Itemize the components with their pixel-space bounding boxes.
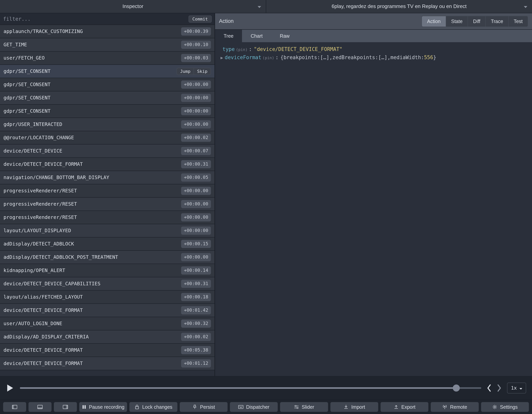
playback-bar: 1x — [0, 376, 532, 400]
prev-button[interactable] — [487, 384, 491, 392]
svg-rect-9 — [238, 405, 243, 409]
action-row[interactable]: gdpr/SET_CONSENT+00:00:00 — [0, 105, 214, 118]
action-list[interactable]: applaunch/TRACK_CUSTOMIZING+00:00.39GET_… — [0, 25, 214, 376]
action-time: +00:05.38 — [181, 346, 211, 354]
action-row[interactable]: gdpr/SET_CONSENT+00:00.00 — [0, 78, 214, 91]
action-row[interactable]: device/DETECT_DEVICE_FORMAT+00:01.12 — [0, 357, 214, 370]
expand-arrow-icon[interactable]: ▶ — [220, 55, 223, 61]
action-row[interactable]: adDisplay/DETECT_ADBLOCK+00:00.15 — [0, 237, 214, 251]
subtab-raw[interactable]: Raw — [271, 30, 298, 42]
jump-button[interactable]: Jump — [177, 68, 194, 75]
dispatcher-button[interactable]: Dispatcher — [230, 402, 278, 412]
import-button[interactable]: Import — [330, 402, 378, 412]
tree-key: deviceFormat — [225, 54, 261, 61]
view-tab-trace[interactable]: Trace — [486, 16, 509, 27]
action-row[interactable]: navigation/CHANGE_BOTTOM_BAR_DISPLAY+00:… — [0, 171, 214, 184]
import-label: Import — [351, 404, 365, 410]
action-row[interactable]: progressiveRenderer/RESET+00:00.00 — [0, 211, 214, 224]
tab-app-instance[interactable]: 6play, regardez des programmes TV en Rep… — [266, 0, 532, 13]
action-row[interactable]: @@router/LOCATION_CHANGE+00:00.02 — [0, 131, 214, 145]
panel-layout-bottom-button[interactable] — [28, 402, 52, 412]
next-button[interactable] — [497, 384, 502, 392]
sliders-icon — [294, 404, 299, 410]
settings-label: Settings — [500, 404, 518, 410]
persist-button[interactable]: Persist — [180, 402, 228, 412]
action-name: gdpr/SET_CONSENT — [3, 108, 179, 114]
action-row[interactable]: device/DETECT_DEVICE_FORMAT+00:05.38 — [0, 344, 214, 357]
action-row[interactable]: layout/alias/FETCHED_LAYOUT+00:00.18 — [0, 291, 214, 304]
dispatcher-label: Dispatcher — [246, 404, 269, 410]
view-tab-test[interactable]: Test — [509, 16, 528, 27]
action-row[interactable]: device/DETECT_DEVICE_CAPABILITIES+00:00.… — [0, 277, 214, 291]
action-row[interactable]: device/DETECT_DEVICE_FORMAT+00:00.31 — [0, 158, 214, 171]
commit-button[interactable]: Commit — [189, 15, 212, 23]
filter-input[interactable] — [3, 16, 186, 22]
play-button[interactable] — [6, 384, 14, 392]
pin-label[interactable]: (pin) — [236, 47, 248, 52]
pause-recording-button[interactable]: Pause recording — [79, 402, 127, 412]
svg-point-13 — [242, 406, 242, 407]
remote-label: Remote — [450, 404, 467, 410]
tree-row[interactable]: type(pin):"device/DETECT_DEVICE_FORMAT" — [220, 46, 527, 53]
timeline-slider[interactable] — [20, 387, 481, 389]
pin-label[interactable]: (pin) — [263, 55, 274, 60]
chevron-down-icon[interactable] — [258, 3, 261, 10]
export-button[interactable]: Export — [380, 402, 428, 412]
action-time: +00:00.03 — [181, 54, 211, 62]
remote-button[interactable]: Remote — [431, 402, 478, 412]
svg-point-11 — [240, 406, 240, 407]
bottom-toolbar: Pause recording Lock changes Persist Dis… — [0, 400, 532, 414]
panel-layout-left-button[interactable] — [3, 402, 26, 412]
action-row[interactable]: progressiveRenderer/RESET+00:00.00 — [0, 198, 214, 211]
svg-rect-14 — [240, 407, 242, 408]
action-time: +00:00.14 — [181, 266, 211, 275]
action-name: device/DETECT_DEVICE — [3, 148, 179, 154]
view-tab-diff[interactable]: Diff — [468, 16, 486, 27]
play-icon — [7, 384, 13, 392]
view-tab-state[interactable]: State — [446, 16, 468, 27]
action-name: device/DETECT_DEVICE_FORMAT — [3, 347, 179, 354]
subtab-chart[interactable]: Chart — [242, 30, 271, 42]
panel-layout-right-button[interactable] — [54, 402, 77, 412]
subtab-tree[interactable]: Tree — [215, 30, 242, 42]
slider-thumb[interactable] — [453, 384, 460, 392]
action-row[interactable]: adDisplay/AD_DISPLAY_CRITERIA+00:00.02 — [0, 330, 214, 344]
tab-inspector[interactable]: Inspector — [0, 0, 266, 13]
action-time: +00:00.02 — [181, 333, 211, 341]
action-row[interactable]: device/DETECT_DEVICE+00:00.07 — [0, 145, 214, 158]
action-row[interactable]: gdpr/SET_CONSENTJumpSkip — [0, 65, 214, 78]
action-name: @@router/LOCATION_CHANGE — [3, 135, 179, 141]
action-row[interactable]: adDisplay/DETECT_ADBLOCK_POST_TREATMENT+… — [0, 251, 214, 264]
action-name: device/DETECT_DEVICE_CAPABILITIES — [3, 281, 179, 287]
tree-row[interactable]: ▶deviceFormat(pin):{ breakpoints: […], z… — [220, 54, 527, 61]
svg-rect-7 — [85, 405, 86, 409]
tab-inspector-label: Inspector — [123, 3, 143, 10]
action-row[interactable]: applaunch/TRACK_CUSTOMIZING+00:00.39 — [0, 25, 214, 38]
lock-changes-button[interactable]: Lock changes — [129, 402, 177, 412]
tree-view[interactable]: type(pin):"device/DETECT_DEVICE_FORMAT"▶… — [215, 42, 532, 376]
action-row[interactable]: user/AUTO_LOGIN_DONE+00:00.32 — [0, 317, 214, 330]
svg-rect-5 — [66, 405, 68, 409]
action-row[interactable]: user/FETCH_GEO+00:00.03 — [0, 51, 214, 65]
speed-selector[interactable]: 1x — [507, 383, 526, 394]
action-row[interactable]: GET_TIME+00:00.10 — [0, 38, 214, 51]
skip-button[interactable]: Skip — [194, 68, 211, 75]
slider-button[interactable]: Slider — [280, 402, 328, 412]
action-row[interactable]: kidnapping/OPEN_ALERT+00:00.14 — [0, 264, 214, 277]
svg-point-18 — [297, 407, 298, 409]
action-row[interactable]: device/DETECT_DEVICE_FORMAT+00:01.42 — [0, 304, 214, 317]
tree-inner-value: 556 — [424, 54, 433, 61]
settings-button[interactable]: Settings — [481, 402, 529, 412]
view-tab-action[interactable]: Action — [422, 16, 446, 27]
tab-app-instance-label: 6play, regardez des programmes TV en Rep… — [332, 3, 466, 10]
download-icon — [343, 404, 349, 410]
chevron-down-icon — [520, 385, 522, 391]
action-row[interactable]: layout/LAYOUT_DISPLAYED+00:00:00 — [0, 224, 214, 237]
action-row[interactable]: progressiveRenderer/RESET+00:00.00 — [0, 184, 214, 198]
chevron-down-icon[interactable] — [524, 3, 527, 10]
action-name: layout/LAYOUT_DISPLAYED — [3, 227, 179, 234]
action-time: +00:00:00 — [181, 227, 211, 235]
action-row[interactable]: gdpr/SET_CONSENT+00:00:00 — [0, 91, 214, 105]
panel-left-icon — [12, 404, 17, 410]
action-row[interactable]: gdpr/USER_INTERACTED+00:00.00 — [0, 118, 214, 131]
